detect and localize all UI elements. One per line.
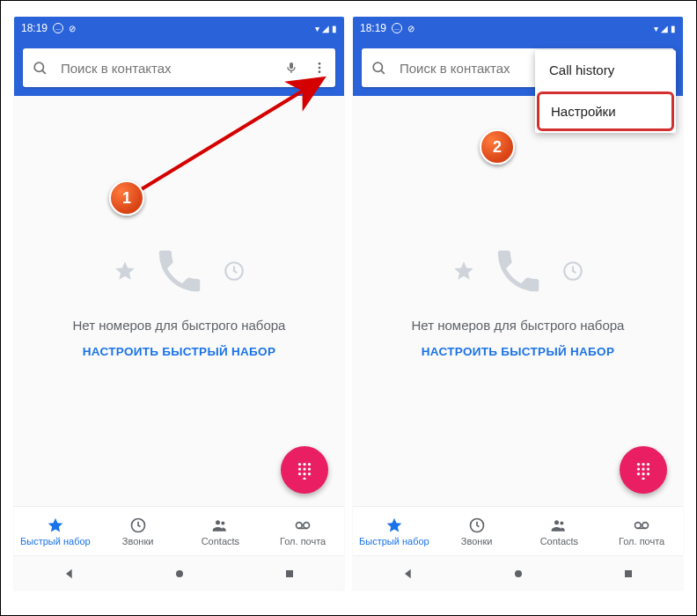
tab-speed-dial[interactable]: Быстрый набор bbox=[14, 507, 97, 555]
svg-point-18 bbox=[222, 521, 225, 524]
svg-point-41 bbox=[635, 522, 642, 528]
voicemail-icon bbox=[633, 517, 650, 534]
clock-icon bbox=[223, 260, 246, 282]
svg-point-4 bbox=[319, 70, 321, 73]
do-not-disturb-icon: ⊘ bbox=[69, 24, 76, 33]
svg-point-34 bbox=[637, 473, 640, 475]
dialpad-fab[interactable] bbox=[281, 446, 328, 494]
search-container: Поиск в контактах bbox=[14, 40, 344, 96]
tab-label: Contacts bbox=[202, 536, 239, 546]
home-icon[interactable] bbox=[511, 567, 525, 581]
svg-point-14 bbox=[308, 473, 311, 475]
search-icon bbox=[371, 60, 387, 77]
voicemail-icon bbox=[294, 517, 312, 534]
search-bar[interactable]: Поиск в контактах bbox=[23, 48, 335, 87]
clock-icon bbox=[468, 517, 486, 534]
empty-message: Нет номеров для быстрого набора bbox=[73, 318, 286, 333]
svg-point-33 bbox=[647, 467, 649, 470]
svg-point-25 bbox=[373, 62, 382, 71]
setup-speed-dial-button[interactable]: НАСТРОИТЬ БЫСТРЫЙ НАБОР bbox=[422, 345, 614, 358]
more-options-icon[interactable] bbox=[312, 61, 326, 75]
svg-point-11 bbox=[308, 467, 311, 470]
menu-settings[interactable]: Настройки bbox=[537, 92, 674, 131]
menu-call-history[interactable]: Call history bbox=[535, 50, 676, 90]
svg-point-32 bbox=[642, 467, 644, 470]
tab-label: Быстрый набор bbox=[359, 536, 429, 546]
svg-point-22 bbox=[176, 570, 183, 577]
voice-search-icon[interactable] bbox=[284, 61, 298, 75]
wifi-icon: ▾ bbox=[654, 24, 658, 33]
do-not-disturb-icon: ⊘ bbox=[407, 24, 415, 33]
tab-contacts[interactable]: Contacts bbox=[518, 507, 601, 555]
status-bar: 18:19 ⋯ ⊘ ▾ ◢ ▮ bbox=[353, 17, 683, 40]
svg-point-9 bbox=[298, 467, 301, 470]
back-icon[interactable] bbox=[401, 567, 415, 581]
tab-label: Contacts bbox=[540, 536, 578, 546]
wifi-icon: ▾ bbox=[315, 24, 319, 33]
people-icon bbox=[550, 517, 568, 534]
tab-speed-dial[interactable]: Быстрый набор bbox=[353, 507, 436, 555]
dialpad-fab[interactable] bbox=[620, 446, 667, 494]
people-icon bbox=[211, 517, 229, 534]
tab-label: Звонки bbox=[461, 536, 493, 546]
svg-point-15 bbox=[303, 477, 305, 480]
svg-point-8 bbox=[308, 463, 311, 466]
tab-contacts[interactable]: Contacts bbox=[180, 507, 262, 555]
svg-line-26 bbox=[381, 70, 385, 74]
status-indicator-icon: ⋯ bbox=[53, 23, 63, 33]
empty-message: Нет номеров для быстрого набора bbox=[412, 318, 625, 333]
android-nav-bar bbox=[353, 555, 683, 590]
back-icon[interactable] bbox=[62, 567, 77, 581]
status-bar: 18:19 ⋯ ⊘ ▾ ◢ ▮ bbox=[14, 17, 344, 40]
bottom-navigation: Быстрый набор Звонки Contacts Гол. почта bbox=[353, 506, 683, 555]
home-icon[interactable] bbox=[172, 567, 187, 581]
empty-state: Нет номеров для быстрого набора НАСТРОИТ… bbox=[14, 96, 344, 506]
tab-calls[interactable]: Звонки bbox=[436, 507, 518, 555]
battery-icon: ▮ bbox=[332, 24, 337, 33]
search-container: Поиск в контактах Call history Настройки bbox=[353, 40, 683, 96]
svg-point-35 bbox=[642, 473, 644, 475]
svg-point-40 bbox=[561, 521, 564, 524]
status-time: 18:19 bbox=[21, 22, 48, 34]
tab-calls[interactable]: Звонки bbox=[97, 507, 180, 555]
svg-rect-45 bbox=[625, 570, 632, 577]
recents-icon[interactable] bbox=[621, 567, 635, 581]
tab-voicemail[interactable]: Гол. почта bbox=[600, 507, 683, 555]
star-icon bbox=[385, 517, 403, 534]
empty-illustration bbox=[114, 244, 246, 298]
svg-point-30 bbox=[647, 463, 649, 466]
tab-voicemail[interactable]: Гол. почта bbox=[261, 507, 344, 555]
svg-point-3 bbox=[319, 67, 321, 70]
star-icon bbox=[452, 260, 475, 282]
overflow-menu: Call history Настройки bbox=[535, 50, 676, 133]
svg-point-36 bbox=[647, 473, 649, 475]
svg-point-42 bbox=[642, 522, 649, 528]
tab-label: Звонки bbox=[122, 536, 154, 546]
annotation-step-1: 1 bbox=[109, 180, 144, 216]
svg-point-20 bbox=[304, 522, 310, 528]
svg-point-37 bbox=[642, 477, 644, 480]
signal-icon: ◢ bbox=[322, 24, 329, 33]
tab-label: Гол. почта bbox=[280, 536, 326, 546]
clock-icon bbox=[561, 260, 584, 282]
bottom-navigation: Быстрый набор Звонки Contacts Гол. почта bbox=[14, 506, 344, 555]
setup-speed-dial-button[interactable]: НАСТРОИТЬ БЫСТРЫЙ НАБОР bbox=[83, 345, 275, 358]
svg-point-44 bbox=[515, 570, 522, 577]
svg-line-1 bbox=[42, 70, 46, 74]
svg-point-19 bbox=[297, 522, 303, 528]
android-nav-bar bbox=[14, 555, 344, 590]
status-indicator-icon: ⋯ bbox=[392, 23, 402, 33]
empty-state: Нет номеров для быстрого набора НАСТРОИТ… bbox=[353, 96, 683, 506]
search-placeholder: Поиск в контактах bbox=[61, 61, 284, 76]
signal-icon: ◢ bbox=[661, 24, 668, 33]
svg-point-12 bbox=[298, 473, 301, 475]
svg-rect-23 bbox=[286, 570, 293, 577]
svg-point-28 bbox=[637, 463, 640, 466]
clock-icon bbox=[129, 517, 147, 534]
star-icon bbox=[114, 260, 136, 282]
recents-icon[interactable] bbox=[282, 567, 297, 581]
star-icon bbox=[47, 517, 64, 534]
annotation-step-2: 2 bbox=[480, 129, 515, 165]
battery-icon: ▮ bbox=[671, 24, 676, 33]
svg-point-39 bbox=[554, 520, 559, 524]
